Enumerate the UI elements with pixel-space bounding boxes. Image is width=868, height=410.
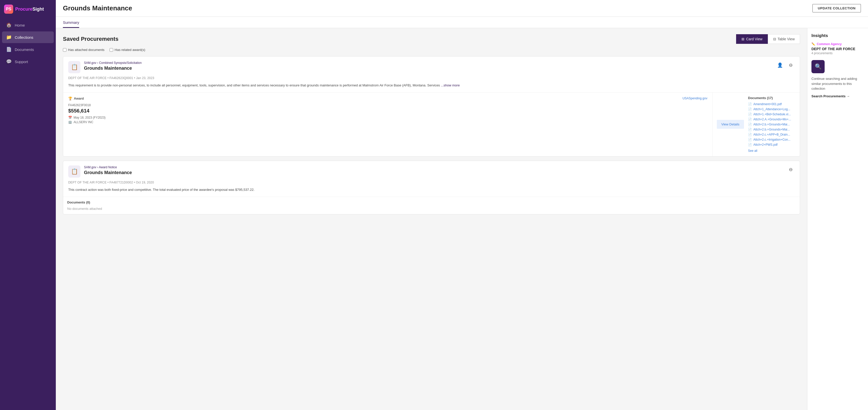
logo-area: PS ProcureSight [0,0,56,19]
table-view-button[interactable]: ⊟ Table View [768,34,800,44]
filter-attached-docs[interactable]: Has attached documents [63,48,104,52]
doc-name: Attch+1_Attendance+Log... [753,107,790,111]
proc-1-source-name: SAM.gov [84,61,96,65]
proc-2-desc: This contract action was both fixed-pric… [63,187,800,197]
insights-title: Insights [811,33,864,38]
proc-1-name: Grounds Maintenance [84,66,142,71]
sidebar-item-documents[interactable]: 📄 Documents [2,43,54,55]
proc-2-name: Grounds Maintenance [84,170,132,175]
doc-item[interactable]: 📄 Attch+2.c.+APP+B_Drain... [748,133,796,136]
doc-item[interactable]: 📄 Attch+2.b.+Grounds+Mai... [748,128,796,131]
filter-attached-docs-checkbox[interactable] [63,48,66,52]
proc-1-remove-icon[interactable]: ⊖ [786,61,795,69]
proc-card-1-header: 📋 SAM.gov › Combined Synopsis/Solicitati… [63,57,800,76]
award-label-text: Award [74,97,84,100]
sidebar: PS ProcureSight 🏠 Home 📁 Collections 📄 D… [0,0,56,410]
tab-summary[interactable]: Summary [63,17,79,28]
calendar-icon: 📅 [68,116,72,119]
proc-2-source-name: SAM.gov [84,166,96,169]
file-icon: 📄 [748,123,752,126]
proc-2-icon: 📋 [68,166,81,178]
file-icon: 📄 [748,107,752,111]
sidebar-item-home-label: Home [15,23,25,27]
proc-2-source-arrow: › [97,166,99,169]
doc-item[interactable]: 📄 Attch+2.A.+Grounds+Mx+... [748,117,796,121]
doc-item[interactable]: 📄 Attch+2.c.+Irrigation+Con... [748,138,796,141]
main-content: Saved Procurements ⊞ Card View ⊟ Table V… [56,28,807,410]
view-toggle: ⊞ Card View ⊟ Table View [736,34,800,44]
proc-1-source: SAM.gov › Combined Synopsis/Solicitation [84,61,142,65]
doc-item[interactable]: 📄 Amendment+001.pdf [748,102,796,106]
proc-2-actions: ⊖ [786,166,795,174]
update-collection-button[interactable]: UPDATE COLLECTION [812,4,861,12]
proc-1-desc: This requirement is to provide non-perso… [63,83,800,92]
sidebar-item-home[interactable]: 🏠 Home [2,19,54,31]
procurement-card-1: 📋 SAM.gov › Combined Synopsis/Solicitati… [63,56,800,157]
collections-icon: 📁 [6,34,12,40]
insights-panel: Insights ✏️ Common Agency DEPT OF THE AI… [807,28,868,410]
proc-1-body: 🏆 Award USASpending.gov FA462623F0018 $5… [63,92,800,156]
proc-1-info: SAM.gov › Combined Synopsis/Solicitation… [84,61,142,71]
proc-2-type: Award Notice [99,166,117,169]
sidebar-nav: 🏠 Home 📁 Collections 📄 Documents 💬 Suppo… [0,19,56,68]
proc-2-docs-title: Documents (0) [67,200,796,204]
proc-2-no-docs: No documents attached [67,207,796,211]
proc-1-meta: DEPT OF THE AIR FORCE • FA462623Q0001 • … [63,76,800,83]
proc-1-award-date: 📅 May 18, 2023 (FY2023) [68,116,707,119]
search-icon: 🔍 [815,63,822,70]
content-area: Saved Procurements ⊞ Card View ⊟ Table V… [56,28,868,410]
proc-1-see-all-link[interactable]: See all [748,149,757,152]
logo-part2: Sight [32,7,44,12]
filter-related-awards[interactable]: Has related award(s) [110,48,145,52]
logo-text: ProcureSight [15,7,44,12]
insight-search-box[interactable]: 🔍 [811,60,825,73]
insight-agency-label: ✏️ Common Agency [811,42,864,46]
proc-1-docs-section: Documents (17) 📄 Amendment+001.pdf 📄 Att… [744,93,800,156]
doc-name: Attch+2+PWS.pdf [753,143,777,146]
filter-bar: Has attached documents Has related award… [63,48,800,52]
sidebar-item-support-label: Support [15,60,28,64]
proc-1-type: Combined Synopsis/Solicitation [99,61,142,65]
proc-1-award-amount: $556,614 [68,108,707,114]
building-icon: 🏢 [68,121,72,124]
doc-item[interactable]: 📄 Attch+2+PWS.pdf [748,143,796,146]
logo-icon: PS [4,5,13,14]
main: Grounds Maintenance UPDATE COLLECTION Su… [56,0,868,410]
proc-2-source: SAM.gov › Award Notice [84,166,132,169]
saved-proc-header: Saved Procurements ⊞ Card View ⊟ Table V… [63,34,800,44]
doc-item[interactable]: 📄 Attch+1.+Bid+Schedule.xl... [748,112,796,116]
proc-1-award-label: 🏆 Award [68,97,84,100]
filter-related-awards-checkbox[interactable] [110,48,113,52]
doc-name: Attch+2.c.+APP+B_Drain... [753,133,790,136]
table-view-label: Table View [778,37,795,41]
card-view-button[interactable]: ⊞ Card View [736,34,768,44]
card-view-label: Card View [746,37,762,41]
sidebar-item-documents-label: Documents [15,47,34,52]
proc-1-bookmark-icon[interactable]: 👤 [776,61,784,69]
pencil-icon: ✏️ [811,42,815,46]
proc-1-award-vendor-text: ALLSERV INC [73,121,93,124]
proc-1-view-details-button[interactable]: View Details [717,120,744,129]
proc-1-usaspending-link[interactable]: USASpending.gov [683,97,707,100]
doc-item[interactable]: 📄 Attch+1_Attendance+Log... [748,107,796,111]
file-icon: 📄 [748,133,752,136]
doc-name: Attch+2.b.+Grounds+Mai... [753,123,790,126]
sidebar-item-collections[interactable]: 📁 Collections [2,31,54,43]
proc-1-award-header: 🏆 Award USASpending.gov [68,97,707,100]
proc-card-2-header: 📋 SAM.gov › Award Notice Grounds Mainten… [63,161,800,181]
insight-agency-count: 4 procurements [811,52,864,55]
saved-procurements-title: Saved Procurements [63,36,119,42]
search-procurements-link[interactable]: Search Procurements → [811,94,864,98]
sidebar-item-support[interactable]: 💬 Support [2,56,54,67]
doc-item[interactable]: 📄 Attch+2.b.+Grounds+Mai... [748,123,796,126]
proc-1-award-section: 🏆 Award USASpending.gov FA462623F0018 $5… [63,93,713,156]
proc-1-desc-text: This requirement is to provide non-perso… [68,83,440,87]
home-icon: 🏠 [6,22,12,28]
proc-2-remove-icon[interactable]: ⊖ [786,166,795,174]
proc-1-show-more[interactable]: ...show more [441,83,460,87]
doc-name: Amendment+001.pdf [753,102,782,106]
file-icon: 📄 [748,138,752,141]
proc-2-meta: DEPT OF THE AIR FORCE • FA487721D0002 • … [63,181,800,187]
filter-attached-docs-label: Has attached documents [68,48,104,52]
proc-2-desc-text: This contract action was both fixed-pric… [68,188,254,192]
